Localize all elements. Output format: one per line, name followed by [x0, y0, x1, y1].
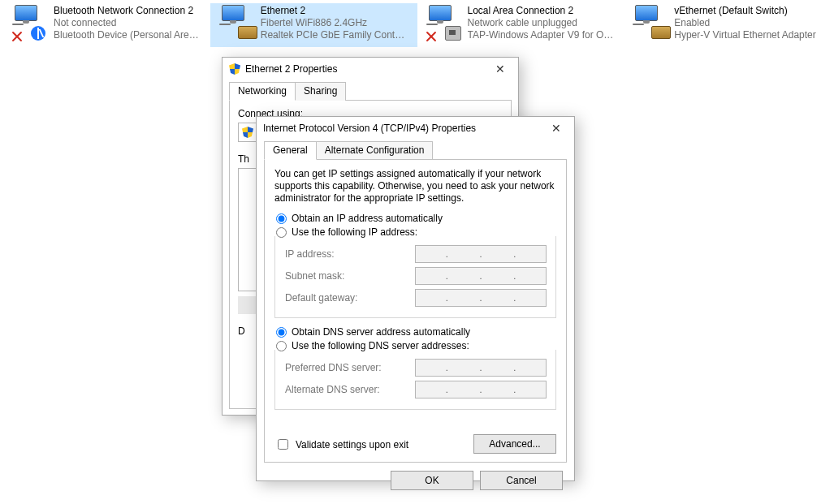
radio-dns-manual-input[interactable] — [276, 341, 287, 351]
default-gateway-field[interactable]: ... — [415, 289, 547, 307]
alternate-dns-label: Alternate DNS server: — [285, 384, 415, 395]
tab-alternate-configuration[interactable]: Alternate Configuration — [316, 141, 434, 160]
bluetooth-icon — [31, 26, 45, 41]
subnet-mask-label: Subnet mask: — [285, 270, 415, 282]
close-button[interactable]: ✕ — [484, 60, 516, 78]
adapter-icon — [6, 5, 52, 44]
adapter-device: TAP-Windows Adapter V9 for Ope... — [468, 29, 614, 41]
preferred-dns-field[interactable]: ... — [415, 359, 547, 377]
adapter-icon — [214, 5, 259, 44]
validate-checkbox-input[interactable] — [278, 439, 288, 450]
adapter-bluetooth[interactable]: Bluetooth Network Connection 2 Not conne… — [3, 3, 210, 47]
ok-button[interactable]: OK — [391, 471, 473, 490]
adapter-name: Bluetooth Network Connection 2 — [54, 5, 200, 17]
adapter-lan2[interactable]: Local Area Connection 2 Network cable un… — [417, 3, 624, 47]
adapter-name: Local Area Connection 2 — [468, 5, 614, 17]
advanced-button-label: Advanced... — [489, 438, 540, 450]
network-adapters-list: Bluetooth Network Connection 2 Not conne… — [0, 0, 834, 47]
ok-button-label: OK — [425, 475, 439, 486]
dialog-title: Internet Protocol Version 4 (TCP/IPv4) P… — [263, 123, 540, 134]
description-text: You can get IP settings assigned automat… — [274, 168, 556, 205]
adapter-status: Not connected — [54, 17, 200, 29]
ip-address-field[interactable]: ... — [415, 245, 547, 263]
ip-address-label: IP address: — [285, 248, 415, 260]
tab-sharing[interactable]: Sharing — [295, 82, 346, 101]
radio-dns-auto-input[interactable] — [276, 327, 287, 338]
adapter-name: Ethernet 2 — [261, 5, 407, 17]
dialog-title: Ethernet 2 Properties — [245, 63, 484, 75]
adapter-device: Realtek PCIe GbE Family Controll... — [261, 29, 407, 41]
close-icon: ✕ — [551, 122, 561, 135]
tab-general[interactable]: General — [264, 141, 317, 160]
alternate-dns-field[interactable]: ... — [415, 381, 547, 398]
validate-label: Validate settings upon exit — [296, 439, 408, 450]
cancel-button[interactable]: Cancel — [480, 471, 563, 490]
adapter-status: Fibertel WiFi886 2.4GHz — [261, 17, 407, 29]
close-button[interactable]: ✕ — [540, 119, 573, 137]
adapter-vethernet[interactable]: vEthernet (Default Switch) Enabled Hyper… — [624, 3, 831, 47]
ipv4-properties-dialog: Internet Protocol Version 4 (TCP/IPv4) P… — [256, 116, 575, 481]
radio-ip-manual-label: Use the following IP address: — [292, 226, 417, 238]
preferred-dns-label: Preferred DNS server: — [285, 362, 415, 373]
adapter-status: Enabled — [674, 17, 816, 29]
ip-fields-group: IP address: ... Subnet mask: ... Default… — [274, 236, 556, 318]
advanced-button[interactable]: Advanced... — [473, 434, 556, 454]
nic-icon — [651, 26, 671, 39]
radio-dns-auto-label: Obtain DNS server address automatically — [292, 326, 470, 338]
adapter-device: Hyper-V Virtual Ethernet Adapter — [674, 29, 816, 41]
adapter-icon — [421, 5, 466, 44]
adapter-name: vEthernet (Default Switch) — [674, 5, 816, 17]
close-icon: ✕ — [495, 62, 505, 75]
adapter-ethernet2[interactable]: Ethernet 2 Fibertel WiFi886 2.4GHz Realt… — [210, 3, 417, 47]
nic-icon — [238, 26, 257, 39]
cancel-button-label: Cancel — [506, 475, 536, 486]
radio-dns-auto[interactable]: Obtain DNS server address automatically — [276, 326, 556, 338]
radio-ip-auto-input[interactable] — [276, 213, 287, 224]
radio-dns-manual-label: Use the following DNS server addresses: — [292, 340, 469, 351]
error-icon — [426, 31, 437, 42]
plug-icon — [445, 26, 461, 41]
validate-checkbox[interactable]: Validate settings upon exit — [274, 437, 408, 452]
dns-fields-group: Preferred DNS server: ... Alternate DNS … — [274, 350, 556, 410]
shield-icon — [229, 63, 240, 75]
tab-networking[interactable]: Networking — [229, 82, 296, 101]
subnet-mask-field[interactable]: ... — [415, 267, 547, 285]
radio-ip-auto[interactable]: Obtain an IP address automatically — [276, 213, 556, 224]
radio-ip-auto-label: Obtain an IP address automatically — [292, 213, 443, 224]
error-icon — [11, 31, 23, 42]
default-gateway-label: Default gateway: — [285, 292, 415, 304]
adapter-status: Network cable unplugged — [468, 17, 614, 29]
adapter-device: Bluetooth Device (Personal Area ... — [54, 29, 200, 41]
device-icon — [242, 127, 253, 138]
adapter-icon — [627, 5, 672, 44]
radio-ip-manual-input[interactable] — [276, 227, 287, 238]
